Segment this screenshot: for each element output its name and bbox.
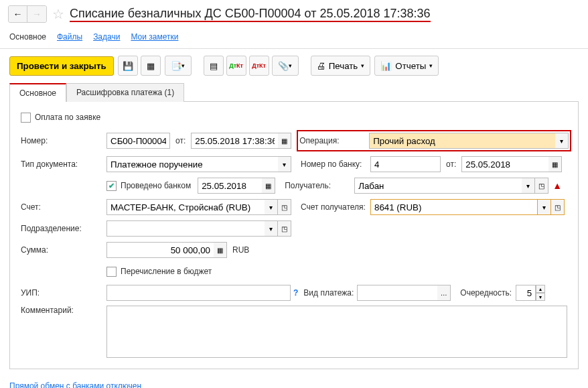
copy-icon: 📑 [171, 61, 181, 71]
doc-icon: ▤ [210, 61, 218, 71]
document-button[interactable]: ▤ [204, 56, 224, 76]
dropdown-icon: ▾ [269, 204, 273, 211]
checkbox-icon [106, 267, 117, 277]
debit-credit-red-button[interactable]: ДтКт [249, 56, 269, 76]
open-icon: ◳ [555, 204, 561, 211]
account-dropdown[interactable]: ▾ [265, 199, 278, 215]
budget-checkbox[interactable]: Перечисление в бюджет [106, 267, 212, 277]
recipient-open[interactable]: ◳ [535, 178, 548, 194]
cr-icon: Кт [236, 62, 243, 69]
create-from-button[interactable]: 📑 ▾ [165, 56, 192, 76]
ellipsis-icon: … [441, 289, 447, 297]
calculator-icon: ▦ [217, 247, 223, 254]
save-button[interactable]: 💾 [118, 56, 138, 76]
dropdown-icon: ▾ [526, 182, 530, 190]
priority-label: Очередность: [460, 288, 512, 298]
subnav-main[interactable]: Основное [9, 32, 46, 42]
dropdown-icon: ▾ [289, 62, 292, 69]
bank-exchange-link[interactable]: Прямой обмен с банками отключен [9, 381, 141, 388]
calendar-button-3[interactable]: ▦ [262, 178, 275, 194]
chart-icon: 📊 [380, 61, 392, 71]
uip-label: УИП: [21, 288, 106, 298]
payment-type-label: Вид платежа: [303, 288, 357, 298]
tab-main[interactable]: Основное [9, 83, 66, 102]
sum-calc-button[interactable]: ▦ [214, 242, 227, 258]
warning-icon: ▲ [553, 180, 562, 191]
nav-forward-button[interactable]: → [27, 6, 46, 22]
date-input[interactable] [191, 133, 278, 149]
open-icon: ◳ [281, 204, 287, 211]
operation-input[interactable] [369, 133, 555, 149]
checkbox-checked-icon: ✔ [106, 181, 117, 191]
bankdate-input[interactable] [461, 156, 548, 172]
priority-input[interactable] [516, 285, 536, 301]
calendar-button[interactable]: ▦ [278, 133, 291, 149]
subnav-notes[interactable]: Мои заметки [131, 32, 178, 42]
account-open[interactable]: ◳ [278, 199, 291, 215]
banknum-input[interactable] [370, 156, 441, 172]
processed-bank-checkbox[interactable]: ✔ Проведено банком [106, 181, 191, 191]
recip-account-label: Счет получателя: [301, 202, 370, 212]
dropdown-icon: ▾ [181, 62, 185, 69]
dropdown-icon: ▾ [283, 161, 286, 168]
attach-button[interactable]: 📎 ▾ [272, 56, 299, 76]
division-dropdown[interactable]: ▾ [265, 220, 278, 237]
comment-textarea[interactable] [106, 306, 567, 358]
division-input[interactable] [106, 220, 265, 237]
sum-label: Сумма: [21, 245, 106, 255]
recipient-dropdown[interactable]: ▾ [522, 178, 535, 194]
dropdown-icon: ▾ [269, 225, 273, 233]
operation-label: Операция: [299, 136, 369, 145]
nav-back-button[interactable]: ← [9, 6, 27, 22]
payment-type-input[interactable] [357, 285, 437, 301]
from-label-2: от: [446, 159, 456, 169]
priority-up[interactable]: ▲ [536, 285, 545, 293]
doctype-input[interactable] [106, 156, 278, 172]
comment-label: Комментарий: [21, 306, 106, 315]
uip-input[interactable] [106, 285, 291, 301]
star-icon[interactable]: ☆ [52, 6, 64, 22]
calendar-icon: ▦ [265, 182, 271, 190]
calendar-button-2[interactable]: ▦ [548, 156, 562, 172]
recip-account-dropdown[interactable]: ▾ [538, 199, 551, 215]
help-icon[interactable]: ? [293, 288, 298, 298]
debit-credit-button[interactable]: ДтКт [226, 56, 246, 76]
division-open[interactable]: ◳ [278, 220, 291, 237]
open-icon: ◳ [281, 225, 287, 233]
priority-down[interactable]: ▼ [536, 293, 545, 301]
subnav-tasks[interactable]: Задачи [93, 32, 120, 42]
sum-input[interactable] [106, 242, 214, 258]
division-label: Подразделение: [21, 224, 106, 233]
calendar-icon: ▦ [281, 137, 287, 145]
subnav-files[interactable]: Файлы [57, 32, 82, 42]
print-button[interactable]: 🖨Печать▾ [311, 56, 371, 76]
post-close-button[interactable]: Провести и закрыть [9, 56, 114, 76]
post-icon: ▦ [147, 61, 155, 71]
checkbox-icon [21, 113, 31, 123]
recipient-input[interactable] [354, 178, 522, 194]
recip-account-open[interactable]: ◳ [551, 199, 565, 215]
recip-account-input[interactable] [370, 199, 538, 215]
number-label: Номер: [21, 136, 106, 145]
calendar-icon: ▦ [552, 161, 558, 168]
number-input[interactable] [106, 133, 170, 149]
pay-request-checkbox[interactable]: Оплата по заявке [21, 113, 100, 123]
floppy-icon: 💾 [123, 61, 133, 71]
operation-dropdown[interactable]: ▾ [555, 133, 569, 149]
processed-date-input[interactable] [198, 178, 262, 194]
account-label: Счет: [21, 202, 106, 212]
dropdown-icon: ▾ [429, 62, 433, 69]
dropdown-icon: ▾ [542, 204, 546, 211]
doctype-dropdown[interactable]: ▾ [278, 156, 291, 172]
printer-icon: 🖨 [317, 61, 325, 71]
kt-red-icon: Кт [259, 62, 266, 69]
post-button[interactable]: ▦ [141, 56, 161, 76]
dr-icon: Дт [229, 62, 236, 69]
payment-type-select[interactable]: … [437, 285, 451, 301]
account-input[interactable] [106, 199, 265, 215]
doctype-label: Тип документа: [21, 159, 106, 169]
dropdown-icon: ▾ [361, 62, 364, 69]
tab-detail[interactable]: Расшифровка платежа (1) [66, 83, 184, 102]
open-icon: ◳ [538, 182, 544, 190]
reports-button[interactable]: 📊Отчеты▾ [374, 56, 439, 76]
